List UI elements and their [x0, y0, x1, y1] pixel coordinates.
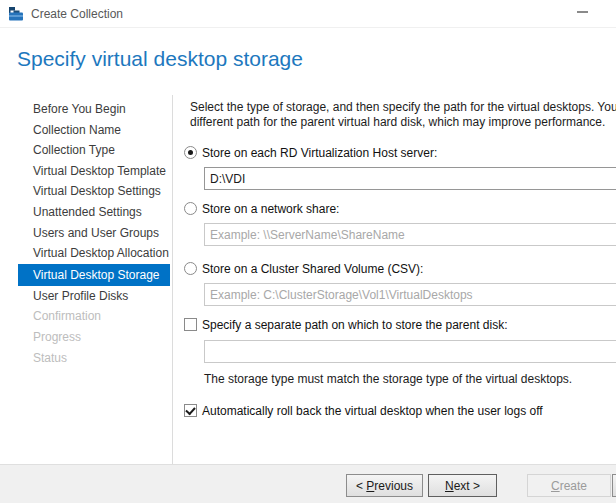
sidebar-divider — [172, 95, 173, 464]
next-button-rest: ext > — [454, 479, 480, 493]
radio-store-rdvh[interactable] — [184, 146, 197, 159]
create-button-rest: reate — [560, 479, 587, 493]
wizard-steps-sidebar: Before You BeginCollection NameCollectio… — [18, 99, 170, 368]
wizard-step-item[interactable]: Unattended Settings — [18, 202, 170, 223]
wizard-step-item[interactable]: Virtual Desktop Allocation — [18, 243, 170, 264]
csv-path-input — [204, 283, 616, 306]
create-button-accel: C — [551, 479, 560, 493]
rdvh-path-input[interactable] — [204, 167, 616, 190]
storage-type-note: The storage type must match the storage … — [204, 372, 572, 386]
cancel-button-clipped[interactable] — [612, 474, 616, 497]
title-bar: Create Collection — [0, 0, 616, 28]
description-line-2: different path for the parent virtual ha… — [190, 115, 605, 129]
wizard-step-item[interactable]: Before You Begin — [18, 99, 170, 120]
footer-bar: < Previous Next > Create — [0, 464, 616, 503]
create-collection-window: Create Collection Specify virtual deskto… — [0, 0, 616, 503]
description-line-1: Select the type of storage, and then spe… — [190, 100, 616, 114]
wizard-step-item[interactable]: Users and User Groups — [18, 223, 170, 244]
radio-network-share-label[interactable]: Store on a network share: — [202, 202, 339, 216]
previous-button-rest: revious — [374, 479, 413, 493]
wizard-step-item: Status — [18, 348, 170, 369]
rollback-checkbox-label[interactable]: Automatically roll back the virtual desk… — [202, 404, 543, 418]
parent-disk-path-input — [204, 340, 616, 363]
wizard-step-item[interactable]: Virtual Desktop Settings — [18, 181, 170, 202]
previous-button-text: < — [356, 479, 366, 493]
window-title: Create Collection — [31, 0, 123, 28]
wizard-step-item[interactable]: Collection Type — [18, 140, 170, 161]
radio-network-share[interactable] — [184, 202, 197, 215]
next-button-accel: N — [445, 479, 454, 493]
wizard-step-item[interactable]: Virtual Desktop Storage — [18, 264, 170, 286]
create-button: Create — [527, 474, 611, 497]
page-title: Specify virtual desktop storage — [17, 47, 303, 71]
previous-button[interactable]: < Previous — [346, 474, 423, 497]
network-share-path-input — [204, 223, 616, 246]
radio-csv[interactable] — [184, 262, 197, 275]
parent-disk-checkbox-label[interactable]: Specify a separate path on which to stor… — [202, 318, 508, 332]
wizard-step-item: Progress — [18, 327, 170, 348]
radio-store-rdvh-label[interactable]: Store on each RD Virtualization Host ser… — [202, 146, 437, 160]
toolbox-icon — [8, 6, 24, 22]
minimize-icon — [577, 11, 588, 13]
parent-disk-checkbox[interactable] — [184, 318, 197, 331]
wizard-step-item[interactable]: Virtual Desktop Template — [18, 161, 170, 182]
rollback-checkbox[interactable] — [184, 404, 197, 417]
wizard-step-item[interactable]: User Profile Disks — [18, 286, 170, 307]
minimize-button[interactable] — [568, 0, 606, 28]
radio-csv-label[interactable]: Store on a Cluster Shared Volume (CSV): — [202, 262, 423, 276]
wizard-step-item[interactable]: Collection Name — [18, 120, 170, 141]
next-button[interactable]: Next > — [428, 474, 497, 497]
wizard-step-item: Confirmation — [18, 306, 170, 327]
